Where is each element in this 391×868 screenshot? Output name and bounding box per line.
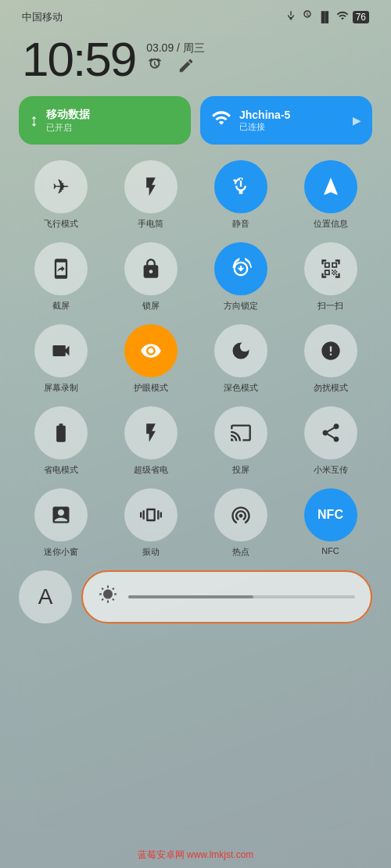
ctrl-mute: 静音 [199,160,282,230]
ctrl-orientation: 方向锁定 [199,242,282,312]
milink-label: 小米互传 [314,464,348,476]
ctrl-hotspot: 热点 [199,488,282,558]
alarm-icon[interactable] [146,57,163,77]
mute-status-icon [285,9,297,24]
milink-button[interactable] [304,406,357,459]
supersave-label: 超级省电 [134,464,168,476]
brightness-fill [128,595,253,598]
vibrate-label: 振动 [142,546,160,558]
lockscreen-label: 锁屏 [142,300,160,312]
scan-button[interactable] [304,242,357,295]
brightness-bar[interactable] [81,570,372,623]
ctrl-flashlight: 手电筒 [109,160,192,230]
flashlight-button[interactable] [124,160,178,213]
wifi-tile[interactable]: Jhchina-5 已连接 ▶ [200,96,372,145]
clock-area: 10:59 03.09 / 周三 [16,29,375,96]
cast-label: 投屏 [232,464,249,476]
wifi-tile-text: Jhchina-5 已连接 [239,109,290,133]
ctrl-supersave: 超级省电 [109,406,192,476]
ctrl-scan: 扫一扫 [289,242,372,312]
wifi-tile-icon [211,108,231,133]
ctrl-screenshot: 截屏 [19,242,102,312]
ctrl-cast: 投屏 [199,406,282,476]
airplane-label: 飞行模式 [44,218,78,230]
battery-status: 76 [353,11,369,23]
ctrl-milink: 小米互传 [289,406,372,476]
scan-label: 扫一扫 [317,300,343,312]
clock-actions [146,57,205,77]
mobile-data-tile[interactable]: ↕ 移动数据 已开启 [19,96,191,145]
location-button[interactable] [304,160,357,213]
ctrl-nfc: NFC NFC [289,488,372,558]
clock-date: 03.09 / 周三 [146,41,205,55]
dnd-button[interactable] [304,324,357,377]
wifi-tile-title: Jhchina-5 [239,109,290,121]
status-icons: ▐▌ 76 [285,9,369,24]
mobile-data-text: 移动数据 已开启 [46,108,90,134]
status-bar: 中国移动 ▐▌ 76 [16,0,375,29]
lockscreen-button[interactable] [124,242,178,295]
mobile-data-icon: ↕ [30,110,38,130]
ctrl-darkmode: 深色模式 [199,324,282,394]
mute-label: 静音 [232,218,249,230]
svg-rect-0 [291,11,292,16]
ctrl-airplane: ✈ 飞行模式 [19,160,102,230]
mute-button[interactable] [214,160,267,213]
orientation-button[interactable] [214,242,267,295]
supersave-button[interactable] [124,406,178,459]
font-button[interactable]: A [19,570,72,623]
watermark: 蓝莓安卓网 www.lmkjst.com [138,848,254,862]
screenrecord-button[interactable] [34,324,88,377]
signal-icon: ▐▌ [317,11,332,23]
eyeprotect-label: 护眼模式 [134,382,168,394]
edit-icon[interactable] [178,57,195,77]
eyeprotect-button[interactable] [124,324,178,377]
brightness-track[interactable] [128,595,355,598]
watermark-text: 蓝莓安卓网 www.lmkjst.com [138,849,254,860]
controls-grid: ✈ 飞行模式 手电筒 静音 位置信息 截屏 [16,160,375,558]
ctrl-vibrate: 振动 [109,488,192,558]
ctrl-miniwindow: 迷你小窗 [19,488,102,558]
clock-time: 10:59 [22,35,135,84]
vibrate-button[interactable] [124,488,178,541]
darkmode-label: 深色模式 [224,382,258,394]
darkmode-button[interactable] [214,324,267,377]
mobile-data-sub: 已开启 [46,122,90,134]
ctrl-dnd: 勿扰模式 [289,324,372,394]
miniwindow-button[interactable] [34,488,88,541]
carrier-label: 中国移动 [22,10,63,24]
ctrl-lockscreen: 锁屏 [109,242,192,312]
ctrl-battery: 省电模式 [19,406,102,476]
brightness-icon [99,585,117,609]
miniwindow-label: 迷你小窗 [44,546,78,558]
nfc-label: NFC [321,546,339,555]
location-label: 位置信息 [314,218,348,230]
screen: 中国移动 ▐▌ 76 10:59 03.09 / 周三 [0,0,391,868]
ctrl-screenrecord: 屏幕录制 [19,324,102,394]
nfc-button[interactable]: NFC [304,488,357,541]
hotspot-button[interactable] [214,488,267,541]
tiles-row: ↕ 移动数据 已开启 Jhchina-5 已连接 ▶ [16,96,375,145]
bottom-row: A [16,570,375,623]
ctrl-eyeprotect: 护眼模式 [109,324,192,394]
cast-button[interactable] [214,406,267,459]
orientation-label: 方向锁定 [224,300,258,312]
flashlight-label: 手电筒 [138,218,163,230]
hotspot-label: 热点 [232,546,249,558]
screenrecord-label: 屏幕录制 [44,382,78,394]
screenshot-button[interactable] [34,242,88,295]
wifi-tile-sub: 已连接 [239,121,290,133]
ctrl-location: 位置信息 [289,160,372,230]
wifi-arrow-icon: ▶ [353,114,361,127]
alarm-status-icon [301,9,314,24]
dnd-label: 勿扰模式 [314,382,348,394]
wifi-status-icon [336,9,349,24]
screenshot-label: 截屏 [52,300,70,312]
airplane-button[interactable]: ✈ [34,160,88,213]
mobile-data-title: 移动数据 [46,108,90,122]
font-icon: A [38,584,53,609]
battery-label: 省电模式 [44,464,78,476]
battery-button[interactable] [34,406,88,459]
